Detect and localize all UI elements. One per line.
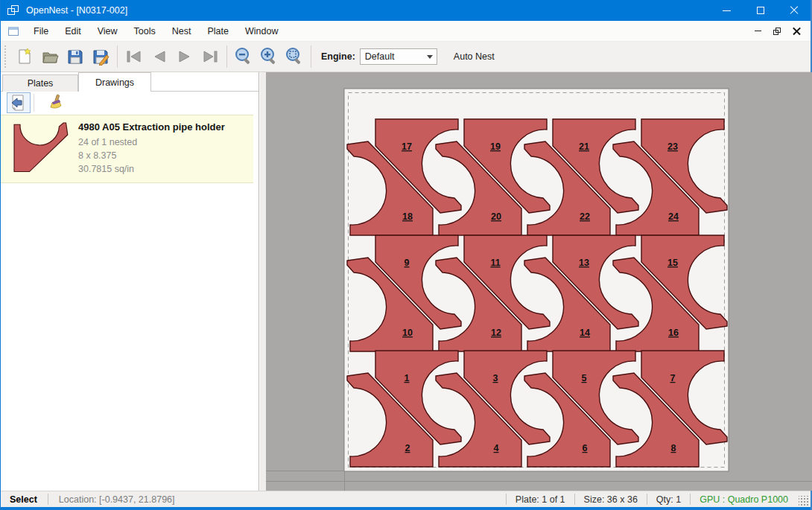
save-button[interactable] (63, 45, 88, 68)
mdi-restore-button[interactable] (767, 21, 787, 41)
part-number-label: 22 (580, 211, 590, 222)
engine-value: Default (361, 51, 424, 62)
part-number-label: 7 (670, 373, 676, 383)
part-number-label: 19 (490, 141, 501, 152)
maximize-button[interactable] (743, 0, 777, 21)
status-location: Location: [-0.9437, 21.8796] (48, 494, 185, 505)
panel-splitter[interactable] (260, 72, 266, 491)
part-number-label: 1 (405, 373, 410, 383)
next-plate-button[interactable] (172, 45, 197, 68)
mdi-document-icon[interactable] (8, 27, 19, 36)
first-plate-button[interactable] (121, 45, 147, 68)
menu-nest[interactable]: Nest (164, 21, 200, 41)
minimize-icon (723, 10, 731, 11)
status-qty: Qty: 1 (647, 494, 690, 505)
statusbar: Select Location: [-0.9437, 21.8796] Plat… (1, 491, 811, 507)
menu-plate[interactable]: Plate (199, 21, 237, 41)
zoom-in-button[interactable] (256, 45, 282, 68)
resize-grip[interactable] (799, 496, 809, 506)
status-size: Size: 36 x 36 (575, 494, 647, 505)
window-bottom-border (1, 507, 811, 510)
drawing-nested-count: 24 of 1 nested (78, 136, 225, 149)
last-plate-button[interactable] (197, 45, 223, 68)
menu-view[interactable]: View (89, 21, 126, 41)
mdi-close-icon (793, 27, 801, 35)
go-first-icon (124, 48, 144, 66)
nest-canvas[interactable]: 171819202122232491011121314151612345678 (266, 72, 811, 491)
mdi-close-button[interactable] (787, 21, 806, 41)
open-folder-icon (41, 48, 59, 66)
part-number-label: 20 (491, 211, 501, 222)
zoom-out-button[interactable] (231, 45, 256, 68)
zoom-fit-icon (285, 47, 304, 66)
dropdown-arrow-icon (427, 55, 433, 59)
toolbar-grip[interactable] (4, 45, 7, 68)
part-number-label: 6 (583, 443, 588, 453)
tab-plates[interactable]: Plates (2, 74, 78, 92)
part-number-label: 11 (490, 258, 500, 268)
clean-button[interactable] (43, 92, 67, 113)
part-number-label: 8 (671, 443, 676, 453)
clean-icon (46, 94, 64, 112)
drawing-title: 4980 A05 Extraction pipe holder (78, 121, 225, 133)
drawing-thumbnail (13, 121, 71, 175)
part-number-label: 14 (580, 328, 590, 338)
panel-tabs: Plates Drawings (1, 72, 258, 92)
return-drawing-button[interactable] (7, 92, 31, 113)
zoom-out-icon (234, 47, 253, 66)
previous-plate-button[interactable] (147, 45, 172, 68)
maximize-icon (757, 7, 764, 14)
drawings-toolbar (1, 92, 258, 114)
part-number-label: 4 (494, 443, 499, 453)
zoom-fit-button[interactable] (282, 45, 307, 68)
main-toolbar: Engine: Default Auto Nest (1, 42, 811, 72)
new-document-icon (16, 48, 34, 66)
part-number-label: 24 (668, 211, 679, 222)
save-as-icon (92, 48, 110, 66)
mdi-minimize-button[interactable] (748, 21, 767, 41)
part-number-label: 16 (668, 328, 679, 338)
menu-tools[interactable]: Tools (126, 21, 164, 41)
titlebar: OpenNest - [N0317-002] (1, 0, 811, 21)
drawing-list-item[interactable]: 4980 A05 Extraction pipe holder 24 of 1 … (1, 115, 253, 183)
status-gpu: GPU : Quadro P1000 (691, 494, 797, 505)
status-plate: Plate: 1 of 1 (507, 494, 574, 505)
part-number-label: 17 (402, 141, 412, 152)
menu-edit[interactable]: Edit (57, 21, 89, 41)
close-button[interactable] (777, 0, 811, 21)
zoom-in-icon (259, 47, 279, 66)
go-next-icon (175, 48, 194, 66)
tab-drawings[interactable]: Drawings (78, 72, 151, 92)
mdi-minimize-icon (755, 31, 761, 32)
part-number-label: 2 (405, 443, 410, 453)
engine-label: Engine: (321, 51, 355, 62)
save-icon (66, 48, 84, 66)
part-number-label: 15 (667, 258, 678, 268)
left-panel: Plates Drawings (1, 72, 259, 491)
part-number-label: 23 (667, 141, 678, 152)
go-last-icon (200, 48, 220, 66)
engine-select[interactable]: Default (360, 48, 437, 65)
go-previous-icon (150, 48, 169, 66)
menu-file[interactable]: File (25, 21, 57, 41)
part-number-label: 5 (582, 373, 587, 383)
open-button[interactable] (37, 45, 63, 68)
part-number-label: 12 (491, 328, 501, 338)
part-number-label: 9 (405, 258, 410, 268)
app-icon (7, 5, 19, 16)
return-drawing-icon (10, 94, 28, 112)
menubar: File Edit View Tools Nest Plate Window (1, 21, 811, 42)
save-as-button[interactable] (88, 45, 113, 68)
part-number-label: 3 (493, 373, 498, 383)
mdi-restore-icon (773, 28, 781, 35)
minimize-button[interactable] (710, 0, 743, 21)
nest-view[interactable]: 171819202122232491011121314151612345678 (266, 72, 812, 491)
part-number-label: 13 (579, 258, 589, 268)
auto-nest-button[interactable]: Auto Nest (448, 48, 501, 65)
menu-window[interactable]: Window (237, 21, 286, 41)
new-document-button[interactable] (12, 45, 37, 68)
part-number-label: 10 (402, 328, 413, 338)
opennest-window: OpenNest - [N0317-002] File Edit View To… (0, 0, 812, 510)
part-number-label: 18 (402, 211, 413, 222)
status-mode: Select (1, 494, 48, 505)
